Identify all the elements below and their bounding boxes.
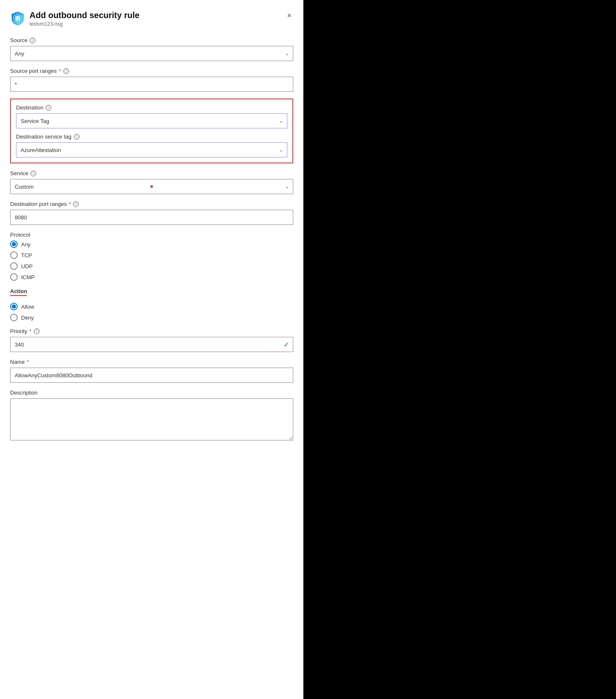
destination-service-tag-info-icon[interactable]: ⓘ: [74, 134, 80, 140]
action-field-group: Action Allow Deny: [10, 288, 293, 321]
source-port-ranges-input[interactable]: [10, 77, 293, 92]
priority-required-star: *: [29, 328, 31, 334]
protocol-tcp-label: TCP: [21, 252, 32, 259]
action-allow-option[interactable]: Allow: [10, 303, 293, 310]
action-deny-label: Deny: [21, 315, 34, 321]
protocol-icmp-label: ICMP: [21, 274, 35, 280]
priority-field-group: Priority * ⓘ ✓: [10, 328, 293, 352]
service-label: Service ⓘ: [10, 170, 293, 176]
destination-port-ranges-field-group: Destination port ranges * ⓘ: [10, 201, 293, 225]
action-deny-radio[interactable]: [10, 314, 18, 321]
add-outbound-rule-panel: ⛨ Add outbound security rule testvm123-n…: [0, 0, 303, 699]
panel-header: ⛨ Add outbound security rule testvm123-n…: [10, 10, 293, 27]
destination-port-ranges-input[interactable]: [10, 210, 293, 225]
protocol-any-label: Any: [21, 241, 30, 248]
close-button[interactable]: ×: [285, 10, 293, 21]
destination-info-icon[interactable]: ⓘ: [46, 105, 51, 111]
source-port-ranges-label: Source port ranges * ⓘ: [10, 68, 293, 74]
protocol-tcp-option[interactable]: TCP: [10, 251, 293, 259]
destination-service-tag-select-wrapper: AzureAttestation Internet VirtualNetwork…: [16, 142, 287, 157]
destination-service-tag-field-group: Destination service tag ⓘ AzureAttestati…: [16, 133, 287, 157]
panel-title: Add outbound security rule: [29, 10, 139, 20]
source-port-required-star: *: [59, 68, 61, 74]
priority-check-icon: ✓: [284, 341, 289, 349]
protocol-icmp-option[interactable]: ICMP: [10, 273, 293, 281]
service-select-wrapper: Custom HTTP HTTPS SSH RDP ⌄: [10, 179, 293, 194]
protocol-field-group: Protocol Any TCP UDP ICMP: [10, 232, 293, 281]
protocol-radio-group: Any TCP UDP ICMP: [10, 240, 293, 281]
priority-input[interactable]: [10, 337, 293, 352]
name-required-star: *: [27, 359, 29, 365]
panel-title-text: Add outbound security rule testvm123-nsg: [29, 10, 139, 27]
protocol-label: Protocol: [10, 232, 293, 238]
destination-label: Destination ⓘ: [16, 104, 287, 111]
service-select[interactable]: Custom HTTP HTTPS SSH RDP: [10, 179, 293, 194]
azure-shield-icon: ⛨: [10, 11, 25, 26]
protocol-udp-label: UDP: [21, 263, 32, 269]
name-field-group: Name *: [10, 359, 293, 383]
destination-port-required-star: *: [69, 201, 71, 207]
description-textarea[interactable]: [10, 398, 293, 440]
protocol-tcp-radio[interactable]: [10, 251, 18, 259]
source-port-ranges-field-group: Source port ranges * ⓘ: [10, 68, 293, 92]
priority-input-wrapper: ✓: [10, 337, 293, 352]
destination-field-group: Destination ⓘ Any IP Addresses Service T…: [16, 104, 287, 128]
source-field-group: Source ⓘ Any IP Addresses Service Tag Ap…: [10, 37, 293, 61]
destination-select-wrapper: Any IP Addresses Service Tag Application…: [16, 113, 287, 128]
source-port-info-icon[interactable]: ⓘ: [63, 68, 69, 74]
name-label: Name *: [10, 359, 293, 365]
source-label: Source ⓘ: [10, 37, 293, 43]
name-input[interactable]: [10, 368, 293, 383]
description-label: Description: [10, 390, 293, 396]
destination-service-tag-label: Destination service tag ⓘ: [16, 133, 287, 140]
source-info-icon[interactable]: ⓘ: [29, 37, 35, 43]
protocol-any-radio[interactable]: [10, 240, 18, 248]
protocol-icmp-radio[interactable]: [10, 273, 18, 281]
protocol-any-option[interactable]: Any: [10, 240, 293, 248]
description-field-group: Description: [10, 390, 293, 442]
priority-label: Priority * ⓘ: [10, 328, 293, 334]
action-deny-option[interactable]: Deny: [10, 314, 293, 321]
service-field-group: Service ⓘ Custom HTTP HTTPS SSH RDP ⌄: [10, 170, 293, 194]
service-info-icon[interactable]: ⓘ: [30, 171, 36, 176]
protocol-udp-option[interactable]: UDP: [10, 262, 293, 270]
destination-port-info-icon[interactable]: ⓘ: [73, 201, 79, 207]
priority-info-icon[interactable]: ⓘ: [34, 328, 40, 334]
destination-port-ranges-label: Destination port ranges * ⓘ: [10, 201, 293, 207]
destination-select[interactable]: Any IP Addresses Service Tag Application…: [16, 113, 287, 128]
action-allow-radio[interactable]: [10, 303, 18, 310]
action-radio-group: Allow Deny: [10, 303, 293, 321]
source-select[interactable]: Any IP Addresses Service Tag Application…: [10, 46, 293, 61]
title-area: ⛨ Add outbound security rule testvm123-n…: [10, 10, 139, 27]
panel-subtitle: testvm123-nsg: [29, 21, 139, 27]
destination-service-tag-select[interactable]: AzureAttestation Internet VirtualNetwork…: [16, 142, 287, 157]
destination-section: Destination ⓘ Any IP Addresses Service T…: [10, 99, 293, 163]
source-select-wrapper: Any IP Addresses Service Tag Application…: [10, 46, 293, 61]
action-label: Action: [10, 288, 27, 296]
svg-text:⛨: ⛨: [15, 15, 21, 22]
protocol-udp-radio[interactable]: [10, 262, 18, 270]
action-allow-label: Allow: [21, 304, 34, 310]
